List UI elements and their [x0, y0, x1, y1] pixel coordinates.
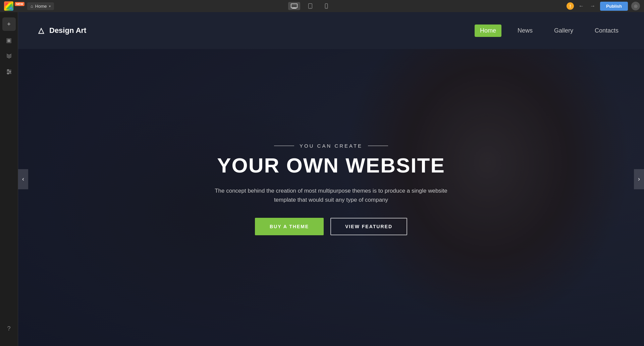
website-preview: △ Design Art Home News Gallery Contacts … [18, 12, 644, 346]
hero-buttons: BUY A THEME VIEW FEATURED [214, 218, 448, 235]
preview-area: △ Design Art Home News Gallery Contacts … [18, 12, 644, 346]
redo-button[interactable]: → [589, 2, 597, 10]
desktop-device-btn[interactable] [288, 2, 300, 10]
svg-point-8 [7, 69, 9, 71]
svg-point-10 [9, 71, 11, 72]
nav-gallery[interactable]: Gallery [549, 24, 579, 37]
help-icon: ? [7, 325, 10, 332]
hero-content: YOU CAN CREATE YOUR OWN WEBSITE The conc… [214, 143, 448, 236]
publish-button[interactable]: Publish [600, 2, 628, 11]
sidebar-media-btn[interactable]: ▣ [2, 34, 16, 47]
brand-logo-area: △ Design Art [38, 26, 86, 35]
main-layout: + ▣ ? [0, 12, 644, 346]
os-top-bar: NEW ⌂ Home ▾ ! ← → Publish ◎ [0, 0, 644, 12]
plus-icon: + [7, 21, 11, 28]
view-featured-button[interactable]: VIEW FEATURED [330, 218, 407, 235]
tablet-device-btn[interactable] [304, 2, 316, 10]
warning-icon[interactable]: ! [567, 2, 574, 10]
layers-icon [6, 52, 12, 61]
hero-subtitle: YOU CAN CREATE [214, 143, 448, 149]
brand-triangle-icon: △ [38, 26, 44, 35]
hero-description: The concept behind the creation of most … [214, 186, 448, 204]
device-switcher [288, 2, 332, 10]
mobile-device-btn[interactable] [320, 2, 332, 10]
user-avatar[interactable]: ◎ [631, 2, 640, 10]
sidebar-help-btn[interactable]: ? [2, 322, 16, 335]
left-arrow-icon: ‹ [22, 176, 24, 183]
sliders-icon [6, 68, 12, 77]
home-tab[interactable]: ⌂ Home ▾ [27, 2, 54, 10]
sidebar-add-btn[interactable]: + [2, 17, 16, 31]
media-icon: ▣ [6, 37, 12, 44]
nav-home[interactable]: Home [475, 24, 501, 37]
nav-news[interactable]: News [512, 24, 538, 37]
svg-point-4 [310, 8, 310, 8]
svg-point-6 [326, 8, 326, 8]
subtitle-line-right [368, 146, 388, 146]
brand-name: Design Art [49, 26, 86, 35]
home-icon: ⌂ [31, 4, 33, 9]
left-edge-arrow[interactable]: ‹ [18, 169, 28, 189]
right-arrow-icon: › [638, 176, 640, 183]
subtitle-line-left [274, 146, 294, 146]
hero-title: YOUR OWN WEBSITE [214, 154, 448, 177]
toolbar-right: ! ← → Publish ◎ [567, 2, 640, 11]
hero-section: YOU CAN CREATE YOUR OWN WEBSITE The conc… [18, 12, 644, 346]
left-sidebar: + ▣ ? [0, 12, 18, 346]
nav-links: Home News Gallery Contacts [475, 24, 624, 37]
undo-button[interactable]: ← [577, 2, 585, 10]
sidebar-layers-btn[interactable] [2, 50, 16, 63]
website-navbar: △ Design Art Home News Gallery Contacts [18, 12, 644, 49]
svg-rect-0 [291, 4, 297, 8]
new-badge: NEW [15, 2, 24, 6]
sidebar-bottom: ? [2, 322, 16, 335]
svg-point-12 [7, 73, 9, 74]
nav-contacts[interactable]: Contacts [589, 24, 624, 37]
hero-subtitle-text: YOU CAN CREATE [300, 143, 363, 149]
chevron-down-icon: ▾ [49, 4, 51, 8]
right-edge-arrow[interactable]: › [634, 169, 644, 189]
buy-theme-button[interactable]: BUY A THEME [255, 218, 324, 235]
app-logo[interactable] [4, 1, 13, 11]
home-tab-label: Home [35, 4, 47, 9]
sidebar-settings-btn[interactable] [2, 66, 16, 79]
